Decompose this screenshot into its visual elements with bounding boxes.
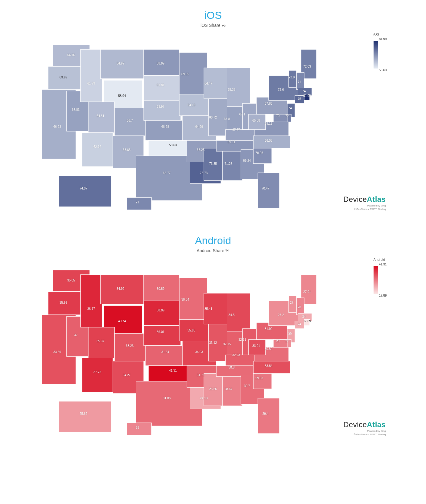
state-il[interactable] [209,99,227,136]
state-nd[interactable] [144,275,179,301]
state-ne[interactable] [144,100,181,120]
brand-block: DeviceAtlas Powered by Bing © GeoNames, … [343,420,386,436]
legend-gradient [374,41,378,69]
state-mt[interactable] [101,275,144,304]
state-al[interactable] [222,148,242,181]
state-sd[interactable] [144,76,179,100]
legend-min: 17.89 [379,294,392,297]
brand-credit2: © GeoNames, MSFT, Navteq [343,208,386,210]
state-ak[interactable] [59,176,111,207]
state-vt[interactable] [289,70,296,87]
state-ms[interactable] [204,148,224,181]
brand-credit1: Powered by Bing [343,430,386,432]
ios-legend: iOS 81.99 58.63 [374,32,392,72]
android-subtitle: Android Share % [0,248,426,253]
state-wv[interactable] [249,114,266,130]
brand-credit1: Powered by Bing [343,204,386,207]
state-wi[interactable] [204,68,229,99]
state-fl[interactable] [258,398,279,434]
state-ut[interactable] [88,102,114,133]
state-mn[interactable] [179,278,207,319]
brand-logo: DeviceAtlas [343,195,386,204]
state-al[interactable] [222,373,242,406]
state-ct[interactable] [295,321,304,329]
state-ne[interactable] [144,326,181,346]
state-sc[interactable] [253,147,272,164]
legend-max: 81.99 [379,37,392,41]
state-wv[interactable] [249,339,266,355]
android-map: Android 41.31 17.89 DeviceAtlas Powered … [31,256,395,441]
state-nh[interactable] [296,73,304,90]
state-hi[interactable] [127,198,151,210]
legend-title: iOS [374,32,392,36]
state-nd[interactable] [144,49,179,76]
state-vt[interactable] [289,296,296,313]
brand-credit2: © GeoNames, MSFT, Navteq [343,433,386,436]
state-id[interactable] [81,49,102,102]
ios-subtitle: iOS Share % [0,23,426,28]
state-ut[interactable] [88,327,114,358]
brand-logo: DeviceAtlas [343,420,386,429]
android-heading: Android [0,235,426,247]
state-az[interactable] [82,133,113,167]
state-nc[interactable] [253,361,290,373]
state-nh[interactable] [296,298,304,315]
android-legend: Android 41.31 17.89 [374,258,392,297]
state-hi[interactable] [127,423,151,435]
state-or[interactable] [48,66,82,90]
state-ks[interactable] [145,120,187,140]
state-az[interactable] [82,358,113,392]
state-mn[interactable] [179,52,207,94]
state-fl[interactable] [258,173,279,208]
state-wi[interactable] [204,293,229,324]
state-il[interactable] [209,324,227,361]
state-co[interactable] [114,108,148,136]
state-id[interactable] [81,275,102,327]
state-ri[interactable] [304,94,310,100]
state-or[interactable] [48,292,82,315]
state-nc[interactable] [253,136,290,148]
state-ct[interactable] [295,96,304,103]
state-sd[interactable] [144,301,179,326]
state-ak[interactable] [59,401,111,432]
legend-title: Android [374,258,392,261]
legend-min: 58.63 [379,69,392,72]
state-ms[interactable] [204,373,224,406]
ios-heading: iOS [0,9,426,21]
ios-map: iOS 81.99 58.63 DeviceAtlas Powered by B… [31,31,395,216]
legend-max: 41.31 [379,263,392,266]
state-ri[interactable] [304,319,310,326]
state-co[interactable] [114,333,148,361]
state-ks[interactable] [145,346,187,366]
state-md[interactable] [273,114,287,122]
state-sc[interactable] [253,372,272,389]
legend-gradient [374,266,378,294]
brand-block: DeviceAtlas Powered by Bing © GeoNames, … [343,195,386,210]
state-md[interactable] [273,339,287,347]
state-mt[interactable] [101,49,144,79]
